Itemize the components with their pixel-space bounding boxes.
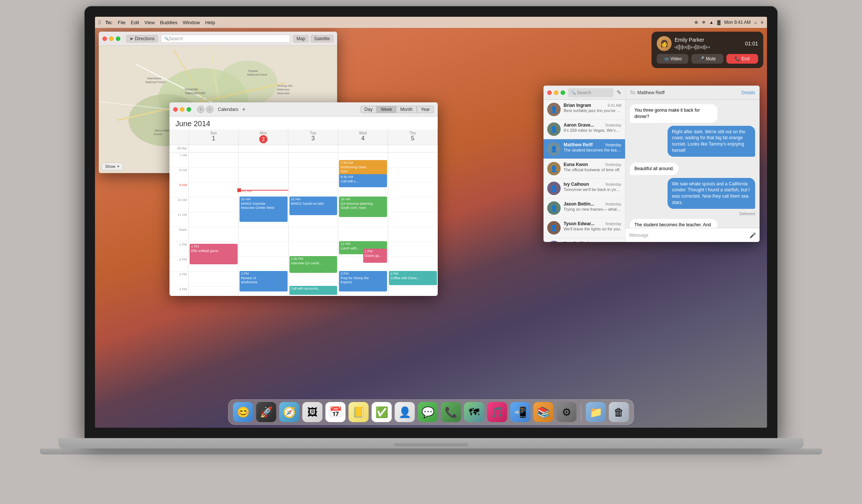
menu-help[interactable]: Help [205, 20, 215, 25]
waveform-bar [681, 45, 681, 49]
dock-launchpad[interactable]: 🚀 [256, 402, 276, 422]
all-day-label: all-day [169, 145, 189, 152]
dock-contacts[interactable]: 👤 [395, 402, 415, 422]
menu-view[interactable]: View [144, 20, 155, 25]
calendar-next-button[interactable]: › [206, 106, 213, 113]
calendars-label[interactable]: Calendars [218, 107, 238, 112]
conversation-ivy[interactable]: 👤 Ivy Calhoun Yesterday Tomorrow we'll b… [543, 179, 625, 198]
menubar-search-icon[interactable]: ⌕ [754, 20, 757, 25]
messages-minimize-button[interactable] [554, 90, 558, 95]
dock-itunes[interactable]: 🎵 [487, 402, 507, 422]
dock-notes[interactable]: 📒 [349, 402, 369, 422]
maps-search-input[interactable]: 🔍 Search [161, 35, 290, 43]
menu-edit[interactable]: Edit [131, 20, 139, 25]
event-prep-stump[interactable]: 2 PMPrep for Stump theExperts [339, 271, 387, 291]
calendar-icon: 📅 [329, 406, 342, 418]
menubar-list-icon[interactable]: ≡ [761, 20, 763, 25]
dock-facetime[interactable]: 📞 [441, 402, 461, 422]
msg-name-jason: Jason Bettin... [564, 201, 594, 207]
event-wwdc-keynote[interactable]: 10 AMWWDC KeynoteMoscone Center West [240, 197, 288, 222]
dock-ibooks[interactable]: 📚 [533, 402, 554, 422]
menu-window[interactable]: Window [183, 20, 200, 25]
conversation-brian[interactable]: 👤 Brian Ingram 9:41 AM Best surfably jaz… [543, 100, 625, 119]
dock-maps[interactable]: 🗺 [464, 402, 484, 422]
maximize-button[interactable] [116, 36, 120, 41]
chat-bubble-sent-2: We saw whale spouts and a California con… [668, 178, 755, 209]
event-ellie-softball[interactable]: 1 PMEllie softball game [190, 244, 238, 264]
calendar-day-wed: Wed 4 [338, 130, 388, 145]
dock-finder[interactable]: 😊 [233, 402, 253, 422]
phone-notif-actions: 📹 Video 🎤 Mute 📞 End [657, 54, 758, 64]
directions-button[interactable]: ➤ Directions [126, 35, 158, 42]
menu-messages[interactable]: To: [105, 20, 112, 25]
conversation-natalia[interactable]: 👤 Natalia Maric Yesterday Oh, I'm on 21s… [543, 238, 625, 242]
conversation-tyson[interactable]: 👤 Tyson Edwar... Yesterday We'll leave t… [543, 218, 625, 238]
month-view-button[interactable]: Month [396, 106, 416, 113]
avatar-matthew: 👤 [547, 142, 561, 156]
event-wwdc-hands-on[interactable]: 10 AMWWDC hands-on labs [289, 197, 337, 215]
conversation-jason[interactable]: 👤 Jason Bettin... Yesterday Trying on ne… [543, 198, 625, 218]
itunes-icon: 🎵 [491, 406, 504, 418]
maps-titlebar: ➤ Directions 🔍 Search Map Satellite [99, 32, 337, 46]
details-button[interactable]: Details [741, 90, 755, 95]
mute-button[interactable]: 🎤 Mute [691, 54, 723, 64]
conversation-aaron[interactable]: 👤 Aaron Grave... Yesterday It's 269 mile… [543, 119, 625, 139]
week-view-button[interactable]: Week [377, 106, 396, 113]
event-title: 2 PMCoffee with Diane... [390, 272, 419, 280]
messages-close-button[interactable] [547, 90, 552, 95]
dock-photos[interactable]: 🖼 [302, 402, 323, 422]
calendar-close-button[interactable] [173, 107, 178, 112]
minimize-button[interactable] [109, 36, 114, 41]
msg-name-natalia: Natalia Maric [564, 241, 591, 242]
mon-1pm [239, 242, 288, 257]
event-title: 2 PMPrep for Stump theExperts [340, 272, 369, 284]
menubar-battery-icon: ▓ [717, 20, 721, 25]
wed-column: 7:30 AMKickboxing ClassGym 8:30 AMCall w… [338, 153, 388, 295]
event-giants[interactable]: 1 PMGiants ga... [363, 249, 387, 263]
calendar-prev-button[interactable]: ‹ [197, 106, 205, 113]
event-review-ui[interactable]: 2 PMReview UIwireframes [240, 271, 288, 291]
dock-safari[interactable]: 🧭 [279, 402, 300, 422]
msg-content-matthew: Matthew Reiff Yesterday The student beco… [564, 142, 621, 156]
event-coffee-diane[interactable]: 2 PMCoffee with Diane... [389, 271, 437, 285]
messages-input-bar[interactable]: iMessage 🎤 [625, 228, 760, 242]
thu-noon [388, 227, 438, 242]
event-call-with[interactable]: 8:30 AMCall with L... [339, 174, 387, 187]
calendar-minimize-button[interactable] [180, 107, 184, 112]
audio-icon[interactable]: 🎤 [750, 232, 756, 238]
close-button[interactable] [102, 36, 107, 41]
conversation-matthew[interactable]: 👤 Matthew Reiff Yesterday The student be… [543, 139, 625, 159]
dock-calendar[interactable]: 📅 [326, 402, 346, 422]
folder-icon: 📁 [589, 406, 602, 418]
dock-reminders[interactable]: ✅ [372, 402, 392, 422]
maps-dock-icon: 🗺 [469, 406, 479, 418]
show-dropdown-icon[interactable]: ▼ [117, 165, 120, 168]
end-call-button[interactable]: 📞 End [726, 54, 758, 64]
add-calendar-button[interactable]: + [242, 106, 245, 113]
calendar-maximize-button[interactable] [187, 107, 191, 112]
dock-trash[interactable]: 🗑 [609, 402, 629, 422]
event-interview-qa[interactable]: 1:30 PMInterview QA candi... [289, 256, 337, 273]
dock-appstore[interactable]: 📲 [510, 402, 530, 422]
event-call-accounts[interactable]: Call with accounts... [289, 286, 337, 295]
menu-buddies[interactable]: Buddies [160, 20, 177, 25]
mon-7am [239, 153, 288, 168]
video-button[interactable]: 📹 Video [657, 54, 688, 64]
map-view-button[interactable]: Map [293, 35, 308, 42]
menu-file[interactable]: File [118, 20, 126, 25]
conversation-euna[interactable]: 👤 Euna Kwon Yesterday The official footw… [543, 159, 625, 179]
calendar-titlebar: ‹ › Calendars + Day Week Month Year [169, 102, 438, 117]
day-view-button[interactable]: Day [361, 106, 377, 113]
dock-messages[interactable]: 💬 [418, 402, 438, 422]
compose-button[interactable]: ✎ [617, 89, 621, 96]
year-view-button[interactable]: Year [417, 106, 434, 113]
messages-search-field[interactable]: 🔍 Search [568, 88, 614, 97]
event-q3-resource[interactable]: 10 AMQ3 resource planningSouth conf. roo… [339, 197, 387, 217]
menubar-volume-icon: ▲ [709, 20, 714, 25]
avatar-brian: 👤 [547, 103, 561, 116]
dock-folder[interactable]: 📁 [586, 402, 606, 422]
calendar-day-headers: Sun 1 Mon 2 Tue 3 [169, 130, 438, 145]
satellite-view-button[interactable]: Satellite [311, 35, 333, 42]
messages-maximize-button[interactable] [561, 90, 565, 95]
dock-sysprefs[interactable]: ⚙ [557, 402, 577, 422]
